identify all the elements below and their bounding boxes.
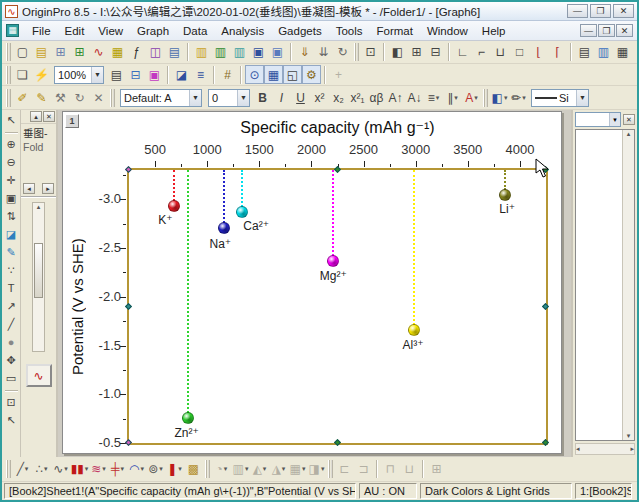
insert-graph-button[interactable]: ▭	[3, 370, 20, 387]
text-tool-button[interactable]: T	[3, 280, 20, 297]
menu-item-graph[interactable]: Graph	[130, 23, 176, 39]
select-objects-button[interactable]: ↖	[3, 412, 20, 429]
axis-open-box-button[interactable]: ⊔	[491, 43, 510, 62]
selection-handle[interactable]	[125, 166, 132, 173]
expand-page-button[interactable]: ⊡	[3, 394, 20, 411]
code-builder-button[interactable]: ⚙	[302, 65, 321, 84]
area-plot-button[interactable]: ◠▾	[127, 460, 146, 479]
grid-vertical-button[interactable]: ▥	[594, 43, 613, 62]
export-image-button[interactable]: ▣	[145, 65, 164, 84]
dropdown-arrow-icon[interactable]: ▾	[64, 465, 68, 473]
data-point-Al3+[interactable]	[408, 324, 420, 336]
dropdown-arrow-icon[interactable]: ▾	[102, 465, 106, 473]
stock-chart-button[interactable]: ❚▾	[165, 460, 184, 479]
view-table-button[interactable]: ▦	[264, 65, 283, 84]
project-panel-scrollbar[interactable]: ▴	[32, 202, 45, 352]
toolbar-grip[interactable]	[6, 89, 11, 107]
selection-handle[interactable]	[542, 439, 549, 446]
print-button[interactable]: ▤	[107, 65, 126, 84]
screen-reader-button[interactable]: ▣	[3, 190, 20, 207]
toolbar-grip[interactable]	[6, 66, 11, 84]
zoom-in-tool-button[interactable]: ⊕	[3, 136, 20, 153]
new-matrix-button[interactable]: ▦	[108, 43, 127, 62]
new-graph-button[interactable]: ∿	[89, 43, 108, 62]
data-point-K+[interactable]	[168, 200, 180, 212]
line-symbol-plot-button[interactable]: ∿▾	[51, 460, 70, 479]
scroll-left-icon[interactable]: ◂	[576, 445, 580, 453]
run-script-button[interactable]: ⚡	[32, 65, 51, 84]
dropdown-arrow-icon[interactable]: ▾	[282, 465, 286, 473]
new-sheet-button[interactable]: ◪	[172, 65, 191, 84]
data-point-Li+[interactable]	[499, 189, 511, 201]
dropdown-arrow-icon[interactable]: ▾	[121, 465, 125, 473]
panel-list[interactable]: ▴ ▾	[575, 129, 635, 441]
save-project-button[interactable]: ▣	[249, 43, 268, 62]
new-layout-button[interactable]: ◫	[146, 43, 165, 62]
zoom-panel-button[interactable]: ⊙	[245, 65, 264, 84]
zoom-level-combo[interactable]: 100% ▼	[54, 66, 104, 84]
child-restore-button[interactable]: ❐	[598, 24, 615, 37]
selection-handle[interactable]	[333, 439, 340, 446]
scroll-left-button[interactable]: ◂	[23, 183, 35, 194]
plot-frame[interactable]: 5001000150020002500300035004000-3.0-2.5-…	[129, 170, 546, 443]
underline-button[interactable]: U	[291, 88, 310, 107]
child-close-button[interactable]: ✕	[616, 24, 633, 37]
toolbar-grip[interactable]	[354, 43, 359, 61]
open-excel-button[interactable]: ▥	[211, 43, 230, 62]
script-window-button[interactable]: ◱	[283, 65, 302, 84]
grid-horizontal-button[interactable]: ▤	[575, 43, 594, 62]
chevron-down-icon[interactable]: ▼	[237, 90, 249, 106]
data-selector-button[interactable]: ◪	[3, 226, 20, 243]
supersubscript-button[interactable]: x²₁	[348, 88, 367, 107]
fill-color-button[interactable]: ◧▾	[490, 88, 509, 107]
pointer-tool-button[interactable]: ↖	[3, 112, 20, 129]
layer-grid-button[interactable]: ⊞	[407, 43, 426, 62]
layer-1-badge[interactable]: 1	[65, 114, 79, 128]
dropdown-arrow-icon[interactable]: ▾	[263, 465, 267, 473]
toolbar-grip[interactable]	[6, 43, 11, 61]
toolbar-grip[interactable]	[110, 89, 115, 107]
layer-stack-button[interactable]: ⊟	[426, 43, 445, 62]
selection-handle[interactable]	[542, 302, 549, 309]
panel-dropdown[interactable]: ▼	[575, 112, 621, 127]
point-label-Na+[interactable]: Na⁺	[209, 237, 231, 251]
new-notes-button[interactable]: ▤	[165, 43, 184, 62]
zoom-out-tool-button[interactable]: ⊖	[3, 154, 20, 171]
scroll-right-button[interactable]: ▸	[42, 183, 54, 194]
y-axis-title[interactable]: Potential (V vs SHE)	[67, 170, 87, 443]
rescale-button[interactable]: ⊡	[361, 43, 380, 62]
duplicate-batch-button[interactable]: ❏	[13, 65, 32, 84]
increase-font-button[interactable]: A↑	[386, 88, 405, 107]
graph-page[interactable]: 1 Specific capacity (mAh g⁻¹) Potential …	[62, 111, 562, 454]
menu-item-data[interactable]: Data	[176, 23, 214, 39]
point-label-Zn2+[interactable]: Zn²⁺	[174, 426, 198, 440]
selection-handle[interactable]	[333, 166, 340, 173]
column-plot-button[interactable]: ▮▮▾	[70, 460, 89, 479]
menu-item-tools[interactable]: Tools	[329, 23, 370, 39]
superscript-button[interactable]: x²	[310, 88, 329, 107]
grid-both-button[interactable]: ▦	[613, 43, 632, 62]
axis-corner-left-button[interactable]: ⌊	[529, 43, 548, 62]
child-minimize-button[interactable]: —	[580, 24, 597, 37]
chevron-down-icon[interactable]: ▼	[609, 113, 620, 126]
dropdown-arrow-icon[interactable]: ▾	[159, 465, 163, 473]
project-explorer-button[interactable]: #	[218, 65, 237, 84]
dropdown-arrow-icon[interactable]: ▾	[436, 94, 440, 102]
dropdown-arrow-icon[interactable]: ▾	[25, 465, 29, 473]
data-point-Mg2+[interactable]	[327, 255, 339, 267]
import-ascii-button[interactable]: ⇊	[314, 43, 333, 62]
point-label-Li+[interactable]: Li⁺	[499, 202, 515, 216]
dropdown-arrow-icon[interactable]: ▾	[224, 465, 228, 473]
panel-close-button[interactable]: ✕	[43, 111, 55, 122]
print-preview-button[interactable]: ⊟	[126, 65, 145, 84]
date-time-button[interactable]: ◔	[632, 43, 637, 62]
panel-horizontal-scrollbar[interactable]: ◂ ▸	[575, 443, 635, 455]
chevron-down-icon[interactable]: ▼	[189, 90, 201, 106]
disable-tool-button[interactable]: ✕	[89, 88, 108, 107]
scatter-plot-button[interactable]: ∴▾	[32, 460, 51, 479]
dropdown-arrow-icon[interactable]: ▾	[245, 465, 249, 473]
scroll-up-icon[interactable]: ▴	[33, 203, 44, 211]
greek-button[interactable]: αβ	[367, 88, 386, 107]
data-point-Zn2+[interactable]	[182, 412, 194, 424]
template-library-button[interactable]: ▩	[184, 460, 203, 479]
